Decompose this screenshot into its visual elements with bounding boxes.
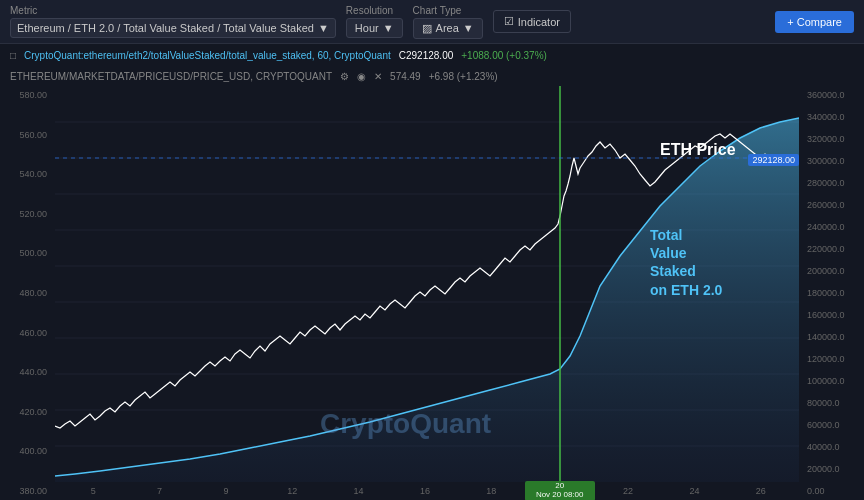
metric-dropdown[interactable]: Ethereum / ETH 2.0 / Total Value Staked … [10,18,336,38]
price-badge-value: 292128.00 [752,155,795,165]
x-axis: 5791214161820 Nov 20 08:00222426 [55,482,799,500]
metric-value: Ethereum / ETH 2.0 / Total Value Staked … [17,22,314,34]
eth-price-annotation: ETH Price [660,141,736,159]
compare-label: + Compare [787,16,842,28]
chart-info-bar: □ CryptoQuant:ethereum/eth2/totalValueSt… [0,44,864,66]
chart-type-section: Chart Type ▨ Area ▼ [413,5,483,39]
price2: 574.49 [390,71,421,82]
indicator-button[interactable]: ☑ Indicator [493,10,571,33]
checkbox-icon: ☑ [504,15,514,28]
resolution-value: Hour [355,22,379,34]
top-bar: Metric Ethereum / ETH 2.0 / Total Value … [0,0,864,44]
indicator-label: Indicator [518,16,560,28]
resolution-chevron-icon: ▼ [383,22,394,34]
source-icon: □ [10,50,16,61]
x-axis-label: 7 [126,486,192,496]
x-axis-label: 18 [458,486,524,496]
metric-chevron-icon: ▼ [318,22,329,34]
x-axis-label: 22 [595,486,661,496]
second-info-bar: ETHEREUM/MARKETDATA/PRICEUSD/PRICE_USD, … [0,66,864,86]
chart-type-label: Chart Type [413,5,483,16]
chart-type-value: Area [436,22,459,34]
x-axis-label: 14 [325,486,391,496]
x-axis-label: 12 [259,486,325,496]
x-axis-label: 24 [661,486,727,496]
x-axis-label: 5 [60,486,126,496]
x-axis-label: 20 Nov 20 08:00 [525,481,595,500]
chart-type-icon: ▨ [422,22,432,35]
chart-area: □ CryptoQuant:ethereum/eth2/totalValueSt… [0,44,864,500]
price-badge: 292128.00 [748,154,799,166]
source-line2: ETHEREUM/MARKETDATA/PRICEUSD/PRICE_USD, … [10,71,332,82]
eye-icon[interactable]: ◉ [357,71,366,82]
price-change: +1088.00 (+0.37%) [461,50,547,61]
tvs-annotation: TotalValueStakedon ETH 2.0 [650,226,722,299]
chart-type-chevron-icon: ▼ [463,22,474,34]
chart-type-dropdown[interactable]: ▨ Area ▼ [413,18,483,39]
resolution-label: Resolution [346,5,403,16]
compare-button[interactable]: + Compare [775,11,854,33]
settings-icon[interactable]: ⚙ [340,71,349,82]
resolution-section: Resolution Hour ▼ [346,5,403,38]
resolution-dropdown[interactable]: Hour ▼ [346,18,403,38]
x-axis-label: 9 [193,486,259,496]
price-current: C292128.00 [399,50,454,61]
source-line1: CryptoQuant:ethereum/eth2/totalValueStak… [24,50,391,61]
x-axis-label: 16 [392,486,458,496]
metric-section: Metric Ethereum / ETH 2.0 / Total Value … [10,5,336,38]
chart-canvas: 580.00560.00540.00520.00500.00480.00460.… [0,86,864,500]
close-icon[interactable]: ✕ [374,71,382,82]
x-axis-label: 26 [728,486,794,496]
metric-label: Metric [10,5,336,16]
change2: +6.98 (+1.23%) [429,71,498,82]
